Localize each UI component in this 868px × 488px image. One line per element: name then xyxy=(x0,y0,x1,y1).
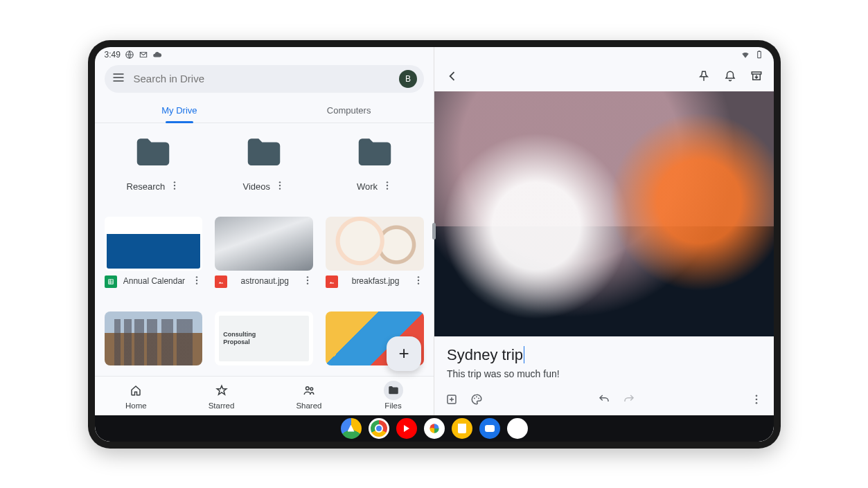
note-title[interactable]: Sydney trip xyxy=(447,346,761,364)
status-bar-left: 3:49 xyxy=(95,47,434,61)
tab-my-drive[interactable]: My Drive xyxy=(95,98,265,123)
svg-point-28 xyxy=(755,395,757,397)
drive-pane: 3:49 B My Drive Computers xyxy=(95,47,435,415)
svg-point-11 xyxy=(196,279,197,280)
more-icon[interactable] xyxy=(382,180,393,194)
nav-shared[interactable]: Shared xyxy=(296,381,321,410)
file-item[interactable]: astronaut.jpg xyxy=(211,217,317,299)
svg-point-10 xyxy=(196,276,197,278)
svg-point-16 xyxy=(418,276,419,278)
svg-point-9 xyxy=(387,188,388,189)
add-content-icon[interactable] xyxy=(445,393,458,408)
file-thumbnail xyxy=(105,217,203,271)
keep-header xyxy=(434,61,774,91)
folder-icon xyxy=(125,132,181,174)
taskbar-messages-icon[interactable] xyxy=(479,418,500,439)
svg-point-15 xyxy=(307,282,308,284)
file-name: breakfast.jpg xyxy=(342,276,409,286)
file-item[interactable]: breakfast.jpg xyxy=(321,217,428,299)
svg-point-6 xyxy=(279,188,281,189)
image-icon xyxy=(326,275,338,288)
sheets-icon xyxy=(105,275,117,288)
svg-point-20 xyxy=(310,387,313,390)
file-item[interactable]: Consulting Proposal xyxy=(211,311,317,376)
reminder-icon[interactable] xyxy=(724,70,736,85)
taskbar-keep-icon[interactable] xyxy=(452,418,472,439)
archive-icon[interactable] xyxy=(750,70,763,85)
svg-point-19 xyxy=(305,386,309,390)
more-icon[interactable] xyxy=(302,275,313,289)
tablet-frame: 3:49 B My Drive Computers xyxy=(88,40,781,449)
drive-tabs: My Drive Computers xyxy=(95,98,434,123)
folder-item[interactable]: Research xyxy=(100,132,207,204)
svg-rect-23 xyxy=(752,72,761,74)
undo-icon[interactable] xyxy=(598,393,610,408)
folder-item[interactable]: Videos xyxy=(211,132,317,204)
more-icon[interactable] xyxy=(413,275,424,289)
hamburger-icon[interactable] xyxy=(112,71,125,87)
svg-point-2 xyxy=(174,184,175,186)
home-icon xyxy=(126,381,145,400)
folder-nav-icon xyxy=(384,381,403,400)
status-bar-right xyxy=(434,47,774,61)
taskbar-drive-icon[interactable] xyxy=(341,418,362,439)
folder-name: Research xyxy=(127,181,166,192)
taskbar-apps-icon[interactable] xyxy=(507,418,528,439)
avatar[interactable]: B xyxy=(399,70,417,88)
keep-toolbar xyxy=(434,386,774,415)
taskbar xyxy=(95,415,774,442)
star-icon xyxy=(212,381,231,400)
file-item[interactable] xyxy=(100,311,207,376)
file-name: Annual Calendar xyxy=(121,276,188,286)
svg-point-18 xyxy=(418,282,419,284)
more-icon[interactable] xyxy=(750,393,763,408)
cloud-icon xyxy=(152,50,162,60)
more-icon[interactable] xyxy=(191,275,202,289)
split-divider[interactable] xyxy=(432,223,436,240)
folder-icon xyxy=(347,132,402,174)
search-input[interactable] xyxy=(134,73,391,84)
file-thumbnail xyxy=(215,217,313,271)
note-text[interactable]: This trip was so much fun! xyxy=(447,368,761,379)
redo-icon[interactable] xyxy=(623,393,635,408)
file-item[interactable]: Annual Calendar xyxy=(100,217,207,299)
folder-name: Work xyxy=(357,181,378,192)
svg-point-27 xyxy=(478,397,479,399)
note-body[interactable]: Sydney trip This trip was so much fun! xyxy=(434,336,774,386)
file-name: astronaut.jpg xyxy=(231,276,298,286)
taskbar-chrome-icon[interactable] xyxy=(369,418,389,439)
more-icon[interactable] xyxy=(274,180,285,194)
tab-computers[interactable]: Computers xyxy=(264,98,434,123)
folder-item[interactable]: Work xyxy=(321,132,428,204)
split-view: 3:49 B My Drive Computers xyxy=(95,47,774,415)
search-bar[interactable]: B xyxy=(105,65,425,93)
svg-point-8 xyxy=(387,184,388,186)
nav-files[interactable]: Files xyxy=(384,381,403,410)
svg-point-7 xyxy=(387,181,388,183)
svg-point-1 xyxy=(174,181,175,183)
file-thumbnail xyxy=(105,311,203,365)
file-thumbnail: Consulting Proposal xyxy=(215,311,313,365)
fab-create[interactable]: + xyxy=(387,336,421,371)
nav-starred[interactable]: Starred xyxy=(209,381,235,410)
screen: 3:49 B My Drive Computers xyxy=(95,47,774,442)
taskbar-youtube-icon[interactable] xyxy=(396,418,417,439)
svg-point-29 xyxy=(755,398,757,400)
gmail-icon xyxy=(139,50,148,60)
nav-home[interactable]: Home xyxy=(125,381,147,410)
image-icon xyxy=(215,275,227,288)
battery-icon xyxy=(754,50,764,60)
pin-icon[interactable] xyxy=(698,70,710,85)
folder-name: Videos xyxy=(242,181,270,192)
wifi-icon xyxy=(741,50,750,60)
svg-rect-22 xyxy=(758,51,759,51)
note-image[interactable] xyxy=(434,91,774,336)
taskbar-photos-icon[interactable] xyxy=(424,418,445,439)
svg-point-25 xyxy=(474,397,475,399)
folder-icon xyxy=(236,132,292,174)
file-thumbnail xyxy=(326,217,424,271)
more-icon[interactable] xyxy=(169,180,180,194)
back-icon[interactable] xyxy=(445,69,459,86)
globe-icon xyxy=(125,50,134,60)
palette-icon[interactable] xyxy=(470,393,483,408)
